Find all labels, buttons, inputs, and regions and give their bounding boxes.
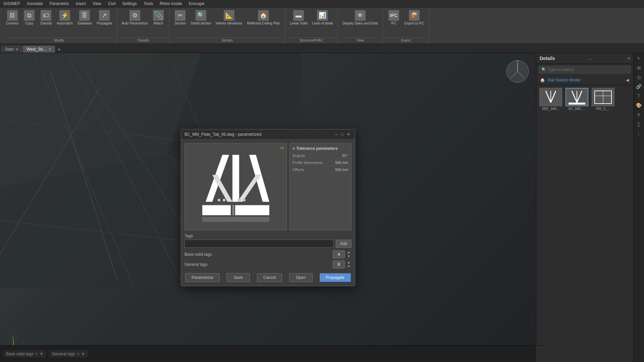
section-label: Section <box>175 21 186 25</box>
base-solid-tags-row: Base solid tags 4 ▲ ▼ <box>184 250 352 258</box>
svg-rect-31 <box>232 205 234 215</box>
thumbnail-rw9-image <box>592 88 614 106</box>
propagate-icon: ↗ <box>99 10 110 21</box>
base-solid-tags-up[interactable]: ▲ <box>346 250 352 254</box>
thumbnail-bbc-mm-image <box>539 88 562 106</box>
tab-west-str-label: West_Str... <box>26 47 46 52</box>
home-icon[interactable]: 🏠 <box>539 77 546 83</box>
sigma-icon[interactable]: ∑ <box>635 120 643 128</box>
tolerance-row-profile: Profile dimensions 500 mm <box>292 160 348 166</box>
display-sides-ends-button[interactable]: 👁 Display Sides and Ends <box>340 9 380 27</box>
thumb-svg-3 <box>593 89 613 105</box>
menu-insert[interactable]: Insert <box>72 1 89 7</box>
menu-settings[interactable]: Settings <box>119 1 140 7</box>
open-button[interactable]: Open <box>289 273 313 282</box>
hamburger-button[interactable]: ≡ <box>628 56 630 61</box>
modal-maximize-button[interactable]: □ <box>339 131 345 137</box>
profile-value: 500 mm <box>335 161 348 165</box>
angular-value: 30 ° <box>342 154 348 158</box>
modal-body: ✏ <box>181 140 355 286</box>
angular-label: Angular <box>292 154 305 158</box>
classify-button[interactable]: 🏷 Classify <box>38 9 54 27</box>
menu-gis-mep[interactable]: GIS/MEP <box>0 1 23 7</box>
copy-button[interactable]: ⧉ Copy <box>21 9 37 27</box>
tags-input-row: Add <box>184 240 352 248</box>
database-button[interactable]: 🗄 Database <box>75 9 94 27</box>
general-tags-up[interactable]: ▲ <box>346 260 352 264</box>
menu-view[interactable]: View <box>89 1 105 7</box>
main-area: N X Z Y BC_MM_Plate_Tab_06.dwg <box>0 53 644 362</box>
general-tags-value: 8 <box>333 260 345 268</box>
tab-add-button[interactable]: + <box>56 47 63 53</box>
copy-label: Copy <box>25 21 33 25</box>
level-of-detail-button[interactable]: 📊 Level of detail <box>310 9 335 27</box>
interior-elevations-icon: 📐 <box>224 10 234 21</box>
menu-annotate[interactable]: Annotate <box>23 1 46 7</box>
search-input[interactable] <box>548 67 628 72</box>
menu-parametric[interactable]: Parametric <box>46 1 72 7</box>
propagate-ribbon-button[interactable]: ↗ Propagate <box>95 9 114 27</box>
breadcrumb-text[interactable]: Rail Station Model <box>548 78 622 82</box>
level-of-detail-icon: 📊 <box>317 10 328 21</box>
tab-west-str[interactable]: West_Str... ✕ <box>23 46 55 53</box>
menu-rhino-inside[interactable]: Rhino Inside <box>156 1 185 7</box>
more-options-button[interactable]: ... <box>589 56 592 61</box>
detail-section-button[interactable]: 🔍 Detail section <box>189 9 213 27</box>
nav-back-icon[interactable]: ◀ <box>624 77 631 83</box>
reflected-ceiling-plan-button[interactable]: 🏠 Reflected Ceiling Plan <box>245 9 282 27</box>
general-tags-down[interactable]: ▼ <box>346 264 352 268</box>
propagate-button[interactable]: Propagate <box>320 273 351 282</box>
parametrize-button[interactable]: Parametrize <box>185 273 220 282</box>
offsets-value: 500 mm <box>335 168 348 172</box>
profile-label: Profile dimensions <box>292 161 323 165</box>
text-icon[interactable]: T <box>635 92 643 100</box>
tag-icon[interactable]: # <box>635 111 643 119</box>
search-box[interactable]: 🔍 <box>539 66 631 73</box>
tab-start-close[interactable]: ✕ <box>15 47 18 52</box>
menu-civil[interactable]: Civil <box>105 1 119 7</box>
link-icon[interactable]: 🔗 <box>635 82 643 90</box>
tags-input[interactable] <box>184 240 334 248</box>
tolerance-checkbox[interactable]: ■ <box>292 146 295 151</box>
tags-add-button[interactable]: Add <box>336 240 352 248</box>
section-button[interactable]: ✂ Section <box>172 9 188 27</box>
download-icon[interactable]: ↓ <box>635 129 643 137</box>
shape-svg <box>192 148 279 225</box>
layers-icon[interactable]: ◎ <box>635 73 643 81</box>
ifc-button[interactable]: IFC IFC <box>386 9 402 27</box>
automatch-button[interactable]: ⚡ Automatch <box>55 9 75 27</box>
attach-button[interactable]: 📎 Attach <box>150 9 166 27</box>
viewport[interactable]: N X Z Y BC_MM_Plate_Tab_06.dwg <box>0 53 536 362</box>
propagate-label: Propagate <box>97 21 112 25</box>
save-button[interactable]: Save <box>226 273 250 282</box>
thumbnail-bc-mm[interactable]: BC_MM_... <box>565 88 589 111</box>
tolerance-title: Tolerance parameters <box>296 146 338 151</box>
export-ifc-button[interactable]: 📦 Export to IFC <box>402 9 426 27</box>
tab-start[interactable]: Start ✕ <box>1 46 22 53</box>
menu-tools[interactable]: Tools <box>140 1 156 7</box>
details-header: Details ... ≡ <box>536 53 633 64</box>
svg-marker-26 <box>232 155 239 202</box>
thumbnail-bbc-mm[interactable]: BBC_MM... <box>539 88 562 111</box>
menu-enscape[interactable]: Enscape <box>185 1 208 7</box>
tab-west-str-close[interactable]: ✕ <box>48 47 51 52</box>
modal-close-button[interactable]: ✕ <box>345 131 352 137</box>
ribbon-group-export: IFC IFC 📦 Export to IFC Export <box>383 7 429 44</box>
color-icon[interactable]: 🎨 <box>635 101 643 109</box>
auto-parametrize-button[interactable]: ⚙ Auto Parametrize <box>120 9 150 27</box>
modal-buttons: Parametrize Save Cancel Open Propagate <box>184 271 352 283</box>
linear-solid-button[interactable]: ▬ Linear Solid <box>288 9 310 27</box>
tolerance-header: ■ Tolerance parameters <box>292 146 348 151</box>
thumbnail-rw9-label: RW_9_... <box>596 107 610 111</box>
modal-minimize-button[interactable]: ─ <box>333 131 339 137</box>
svg-rect-46 <box>569 103 585 105</box>
cursor-icon[interactable]: ↖ <box>635 54 643 62</box>
connect-button[interactable]: ⛓ Connect <box>4 9 20 27</box>
interior-elevations-button[interactable]: 📐 Interior elevations <box>214 9 244 27</box>
cancel-button[interactable]: Cancel <box>257 273 282 282</box>
thumbnail-rw9[interactable]: RW_9_... <box>591 88 615 111</box>
filter-icon[interactable]: ⊞ <box>635 64 643 72</box>
ribbon-group-section: ✂ Section 🔍 Detail section 📐 Interior el… <box>169 7 285 44</box>
automatch-icon: ⚡ <box>59 10 70 21</box>
base-solid-tags-down[interactable]: ▼ <box>346 254 352 258</box>
